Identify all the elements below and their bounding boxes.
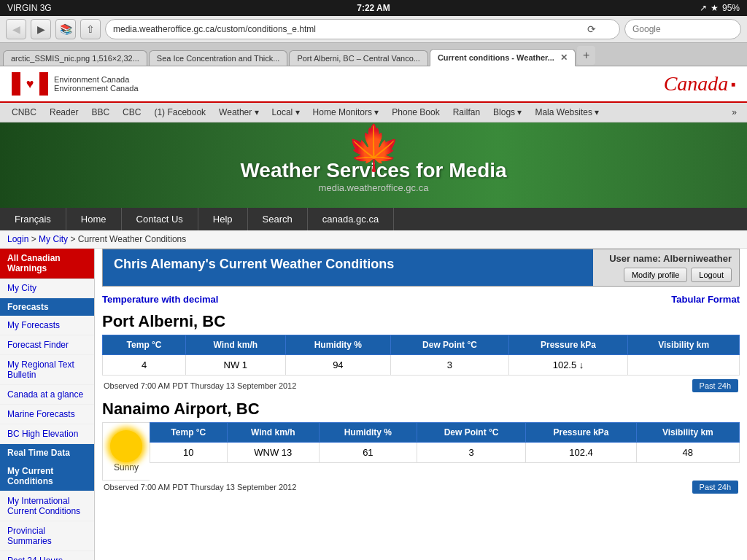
bookmark-mala[interactable]: Mala Websites ▾ xyxy=(529,105,605,120)
col-humidity-1: Humidity % xyxy=(285,335,391,355)
user-actions: Modify profile Logout xyxy=(624,268,732,282)
bookmarks-button[interactable]: 📚 xyxy=(55,19,76,39)
temp-decimal-link[interactable]: Temperature with decimal xyxy=(102,294,218,305)
sidebar-item-past24[interactable]: Past 24 Hours xyxy=(0,551,94,560)
sidebar-item-canada-glance[interactable]: Canada at a glance xyxy=(0,385,94,405)
observed-text-1: Observed 7:00 AM PDT Thursday 13 Septemb… xyxy=(104,381,296,390)
col-temp-1: Temp °C xyxy=(103,335,186,355)
sidebar-item-forecast-finder[interactable]: Forecast Finder xyxy=(0,335,94,355)
bookmark-blogs[interactable]: Blogs ▾ xyxy=(487,105,527,120)
forward-button[interactable]: ▶ xyxy=(31,19,51,39)
back-button[interactable]: ◀ xyxy=(6,19,26,39)
bookmark-home-monitors[interactable]: Home Monitors ▾ xyxy=(307,105,385,120)
nav-search[interactable]: Search xyxy=(248,208,308,230)
breadcrumb-current: Current Weather Conditions xyxy=(78,234,187,244)
modify-profile-button[interactable]: Modify profile xyxy=(624,268,687,282)
breadcrumb-mycity[interactable]: My City xyxy=(39,234,68,244)
table-row: 4 NW 1 94 3 102.5 ↓ xyxy=(103,355,740,376)
obs-row-2: Observed 7:00 AM PDT Thursday 13 Septemb… xyxy=(102,481,740,494)
user-header: Chris Alemany's Current Weather Conditio… xyxy=(102,249,740,287)
tab-close-icon[interactable]: ✕ xyxy=(560,52,568,63)
nav-help[interactable]: Help xyxy=(198,208,248,230)
pressure-value-2: 102.4 xyxy=(526,443,636,463)
share-button[interactable]: ⇧ xyxy=(80,19,101,39)
nav-home[interactable]: Home xyxy=(66,208,122,230)
bookmark-local[interactable]: Local ▾ xyxy=(266,105,306,120)
sidebar-item-provincial[interactable]: Provincial Summaries xyxy=(0,521,94,551)
location-1-title: Port Alberni, BC xyxy=(102,312,740,331)
canada-wordmark: Canada ■ xyxy=(664,72,735,96)
pressure-value-1: 102.5 ↓ xyxy=(508,355,628,376)
col-pressure-1: Pressure kPa xyxy=(508,335,628,355)
bookmark-bbc[interactable]: BBC xyxy=(85,105,115,120)
tab-3[interactable]: Port Alberni, BC – Central Vanco... xyxy=(289,50,428,66)
col-dew-1: Dew Point °C xyxy=(391,335,508,355)
port-alberni-table: Temp °C Wind km/h Humidity % Dew Point °… xyxy=(102,335,740,376)
sidebar-item-all-warnings[interactable]: All Canadian Warnings xyxy=(0,249,94,279)
tab-4-active[interactable]: Current conditions - Weather... ✕ xyxy=(430,49,576,66)
humidity-value-1: 94 xyxy=(285,355,391,376)
tab-1[interactable]: arctic_SSMIS_nic.png 1,516×2,32... xyxy=(3,50,147,66)
sunny-icon xyxy=(110,430,142,462)
past24-button-2[interactable]: Past 24h xyxy=(692,481,738,494)
search-input[interactable] xyxy=(624,19,741,39)
bookmark-phone-book[interactable]: Phone Book xyxy=(386,105,445,120)
wind-value-1: NW 1 xyxy=(186,355,285,376)
col-wind-1: Wind km/h xyxy=(186,335,285,355)
nav-contact[interactable]: Contact Us xyxy=(122,208,198,230)
tabular-format-link[interactable]: Tabular Format xyxy=(671,294,740,305)
visibility-value-1 xyxy=(628,355,740,376)
bookmark-weather[interactable]: Weather ▾ xyxy=(213,105,264,120)
weather-icon-col: Sunny xyxy=(102,422,150,481)
sidebar-realtime-header: Real Time Data xyxy=(0,444,94,462)
sidebar-item-my-forecasts[interactable]: My Forecasts xyxy=(0,316,94,335)
breadcrumb-login[interactable]: Login xyxy=(7,234,28,244)
past24-button-1[interactable]: Past 24h xyxy=(692,379,738,392)
bookmark-cbc[interactable]: CBC xyxy=(117,105,147,120)
sidebar-item-intl-current[interactable]: My International Current Conditions xyxy=(0,491,94,521)
bookmark-reader[interactable]: Reader xyxy=(44,105,84,120)
bookmarks-overflow-button[interactable]: » xyxy=(727,105,741,120)
bookmark-cnbc[interactable]: CNBC xyxy=(6,105,42,120)
logout-button[interactable]: Logout xyxy=(691,268,732,282)
bookmarks-bar: CNBC Reader BBC CBC (1) Facebook Weather… xyxy=(0,103,747,122)
humidity-value-2: 61 xyxy=(319,443,417,463)
carrier-text: VIRGIN 3G xyxy=(7,3,52,13)
nav-canada[interactable]: canada.gc.ca xyxy=(308,208,394,230)
nav-francais[interactable]: Français xyxy=(0,208,66,230)
sidebar-item-marine[interactable]: Marine Forecasts xyxy=(0,405,94,424)
observed-text-2: Observed 7:00 AM PDT Thursday 13 Septemb… xyxy=(104,483,296,491)
address-text: media.weatheroffice.gc.ca/custom/conditi… xyxy=(113,24,316,34)
tab-2[interactable]: Sea Ice Concentration and Thick... xyxy=(149,50,288,66)
col-humidity-2: Humidity % xyxy=(319,423,417,443)
browser-toolbar: ◀ ▶ 📚 ⇧ media.weatheroffice.gc.ca/custom… xyxy=(0,16,747,43)
banner-url: media.weatheroffice.gc.ca xyxy=(319,182,429,193)
weather-banner: 🍁 Weather Services for Media media.weath… xyxy=(0,122,747,208)
temp-value-1: 4 xyxy=(103,355,186,376)
breadcrumb: Login > My City > Current Weather Condit… xyxy=(0,230,747,249)
bookmark-facebook[interactable]: (1) Facebook xyxy=(148,105,212,120)
dew-value-1: 3 xyxy=(391,355,508,376)
sidebar-item-my-city[interactable]: My City xyxy=(0,279,94,298)
reload-button[interactable]: ⟳ xyxy=(587,23,596,35)
maple-leaf-decoration: 🍁 xyxy=(347,126,401,170)
status-left: VIRGIN 3G xyxy=(7,3,52,13)
bluetooth-icon: ★ xyxy=(711,3,719,13)
username-display: User name: Alberniweather xyxy=(609,253,732,264)
gov-text-block: Environment Canada Environnement Canada xyxy=(54,75,139,93)
col-visibility-1: Visibility km xyxy=(628,335,740,355)
tabs-bar: arctic_SSMIS_nic.png 1,516×2,32... Sea I… xyxy=(0,43,747,66)
trademark-icon: ■ xyxy=(731,80,735,88)
col-dew-2: Dew Point °C xyxy=(417,423,525,443)
new-tab-button[interactable]: + xyxy=(577,46,595,65)
sidebar-item-my-current[interactable]: My Current Conditions xyxy=(0,462,94,491)
bookmark-railfan[interactable]: Railfan xyxy=(447,105,486,120)
icon-label: Sunny xyxy=(114,462,139,472)
col-wind-2: Wind km/h xyxy=(227,423,319,443)
address-bar[interactable]: media.weatheroffice.gc.ca/custom/conditi… xyxy=(105,19,620,39)
sidebar-item-regional-bulletin[interactable]: My Regional Text Bulletin xyxy=(0,355,94,385)
sidebar-item-bc-high[interactable]: BC High Elevation xyxy=(0,424,94,444)
col-temp-2: Temp °C xyxy=(150,423,228,443)
nanaimo-section: Sunny Temp °C Wind km/h Humidity % Dew P… xyxy=(102,422,740,481)
nanaimo-table-wrapper: Temp °C Wind km/h Humidity % Dew Point °… xyxy=(150,422,740,467)
